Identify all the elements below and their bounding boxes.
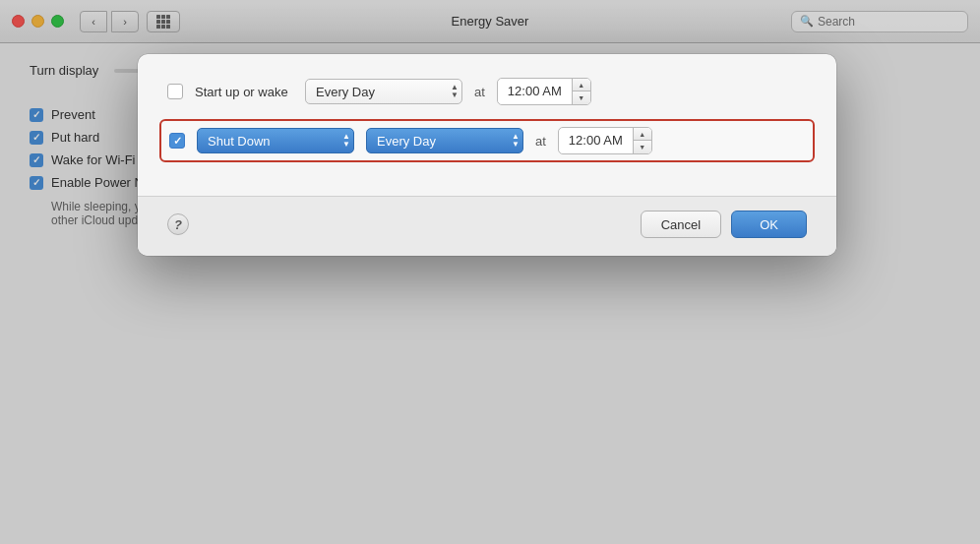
shutdown-action-select-wrapper: Shut Down Sleep Restart Wake ▲ ▼ (197, 128, 354, 153)
startup-day-select-wrapper: Every Day Weekdays Weekends ▲ ▼ (305, 79, 462, 104)
shutdown-day-select[interactable]: Every Day Weekdays Weekends (366, 128, 523, 153)
shutdown-time-down-button[interactable]: ▼ (634, 141, 651, 153)
schedule-modal: Start up or wake Every Day Weekdays Week… (138, 54, 836, 256)
modal-bottom-bar: ? Cancel OK (138, 196, 836, 256)
shutdown-checkbox[interactable] (169, 133, 185, 149)
shutdown-time-stepper: 12:00 AM ▲ ▼ (558, 127, 652, 154)
startup-time-value: 12:00 AM (498, 79, 573, 104)
startup-time-up-button[interactable]: ▲ (573, 79, 590, 91)
ok-button[interactable]: OK (731, 211, 807, 238)
shutdown-action-select[interactable]: Shut Down Sleep Restart Wake (197, 128, 354, 153)
startup-at-label: at (474, 85, 485, 99)
help-button[interactable]: ? (167, 213, 189, 235)
startup-label: Start up or wake (195, 85, 293, 99)
modal-action-buttons: Cancel OK (641, 211, 807, 238)
modal-content: Start up or wake Every Day Weekdays Week… (138, 54, 836, 196)
shutdown-at-label: at (535, 134, 546, 149)
startup-row: Start up or wake Every Day Weekdays Week… (167, 78, 807, 105)
startup-checkbox[interactable] (167, 84, 183, 99)
startup-time-stepper: 12:00 AM ▲ ▼ (497, 78, 591, 105)
shutdown-time-value: 12:00 AM (559, 128, 634, 153)
startup-stepper-buttons: ▲ ▼ (573, 79, 590, 104)
startup-day-select[interactable]: Every Day Weekdays Weekends (305, 79, 462, 104)
shutdown-day-select-wrapper: Every Day Weekdays Weekends ▲ ▼ (366, 128, 523, 153)
cancel-button[interactable]: Cancel (641, 211, 721, 238)
shutdown-row: Shut Down Sleep Restart Wake ▲ ▼ Every D… (159, 119, 815, 162)
shutdown-time-up-button[interactable]: ▲ (634, 128, 651, 141)
startup-time-down-button[interactable]: ▼ (573, 91, 590, 104)
shutdown-stepper-buttons: ▲ ▼ (634, 128, 651, 153)
